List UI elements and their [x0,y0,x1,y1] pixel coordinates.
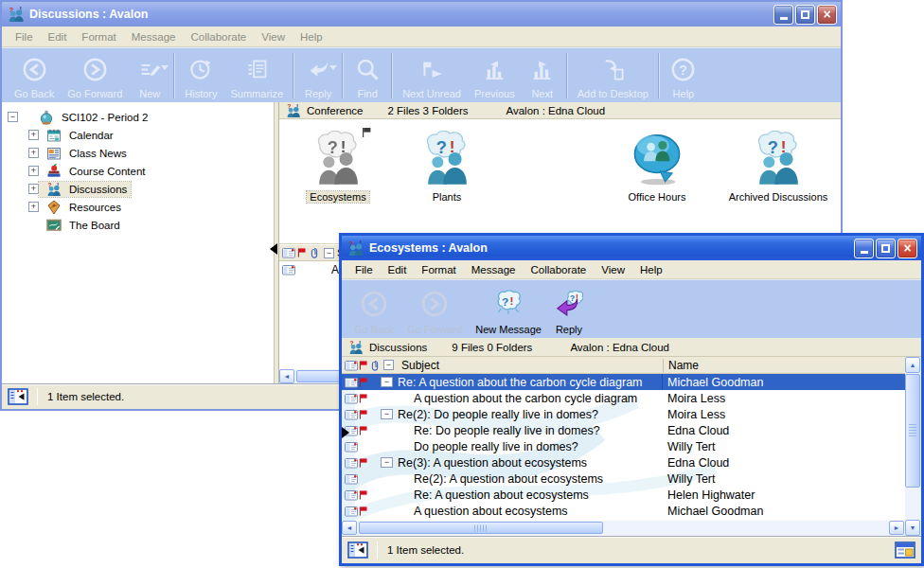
toolbar-button[interactable]: Find [346,50,388,101]
collapse-thread-icon[interactable]: − [381,409,393,419]
name-column-header[interactable]: Name [663,359,699,372]
scroll-left-icon[interactable]: ◄ [279,369,294,383]
message-row[interactable]: − Re: Do people really live in domes? Ed… [342,422,905,438]
window2-titlebar[interactable]: Ecosystems : Avalon × [342,236,921,260]
scroll-right-icon[interactable]: ► [889,521,904,535]
close-button[interactable]: × [897,239,917,258]
menu-item[interactable]: File [347,262,381,277]
tree-item-label: Course Content [65,165,150,178]
toolbar-button[interactable] [293,53,294,98]
menu-item[interactable]: Collaborate [523,262,594,277]
dropdown-arrow-icon[interactable] [161,65,169,70]
minimize-button[interactable] [773,5,793,25]
toolbar-button[interactable]: History [178,50,223,101]
scroll-down-icon[interactable]: ▼ [905,520,920,536]
toolbar-button[interactable]: Reply [548,282,590,337]
toolbar-icon [555,290,583,318]
message-subject: Re(3): A question about ecosystems [398,456,587,470]
message-row[interactable]: − Re(2): A question about ecosystems Wil… [342,470,905,487]
toolbar-button[interactable]: Go Back [8,50,61,101]
envelope-icon [345,360,358,371]
splitter-arrow-right-icon[interactable] [342,427,349,438]
conference-item[interactable]: Archived Discussions [721,131,835,203]
menu-item[interactable]: Collaborate [183,29,254,44]
message-row[interactable]: − A question about ecosystems Michael Go… [342,503,905,519]
scrollbar-thumb[interactable] [905,374,920,488]
tree-root[interactable]: − SCI102 - Period 2 [2,108,274,126]
expand-box-icon[interactable]: + [28,130,39,140]
window2-horizontal-scrollbar[interactable]: ◄ ► [342,521,905,536]
scrollbar-thumb[interactable] [359,522,603,534]
tree-item[interactable]: + Course Content [2,162,274,180]
tree-item[interactable]: + Resources [2,198,274,216]
expand-box-icon[interactable]: + [28,166,39,176]
tree-item[interactable]: + Class News [2,144,274,162]
toolbar-button[interactable] [658,53,660,98]
collapse-box-icon[interactable]: − [8,112,18,122]
scroll-up-icon[interactable]: ▲ [905,357,920,373]
toolbar-button[interactable]: Next [522,50,563,101]
toolbar-button[interactable]: New [129,50,170,101]
menu-item[interactable]: Format [414,262,463,277]
conference-item[interactable]: Office Hours [600,131,714,203]
pane-toggle-icon[interactable] [7,387,29,406]
toolbar-button[interactable]: Reply [297,50,339,101]
menu-item[interactable]: View [594,262,632,277]
menu-item[interactable]: Edit [381,262,415,277]
message-row[interactable]: − Do people really live in domes? Willy … [342,438,905,454]
menu-item[interactable]: File [8,29,41,44]
expand-box-icon[interactable]: + [28,202,39,212]
toolbar-button[interactable]: Next Unread [396,50,468,101]
tree-item[interactable]: + Calendar [2,126,274,144]
menu-item[interactable]: Message [464,262,524,277]
window1-titlebar[interactable]: Discussions : Avalon × [2,2,841,27]
maximize-button[interactable] [795,5,815,25]
conference-item[interactable]: Plants [390,131,504,203]
collapse-all-icon[interactable]: − [324,248,334,258]
expand-box-icon[interactable]: + [28,148,39,158]
view-toggle-icon[interactable] [894,541,916,559]
toolbar-button[interactable]: New Message [469,282,548,337]
collapse-thread-icon[interactable]: − [381,377,393,387]
toolbar-button[interactable] [173,53,175,98]
collapse-thread-icon[interactable]: − [381,457,393,468]
message-row[interactable]: − Re(2): Do people really live in domes?… [342,406,905,422]
toolbar-button[interactable]: Help [663,50,704,101]
toolbar-icon [188,57,214,82]
maximize-button[interactable] [876,239,896,258]
menu-item[interactable]: Help [632,262,670,277]
splitter-arrow-left-icon[interactable] [270,243,277,255]
dropdown-arrow-icon[interactable] [329,65,337,70]
menu-item[interactable]: Format [74,29,123,44]
toolbar-button[interactable] [342,53,344,98]
menu-item[interactable]: Edit [41,29,75,44]
close-button[interactable]: × [817,5,837,25]
minimize-button[interactable] [854,239,874,258]
tree-item[interactable]: + Discussions [2,180,274,198]
toolbar-button[interactable]: Previous [468,50,522,101]
tree-item-label: The Board [65,219,124,232]
collapse-all-icon[interactable]: − [383,360,394,370]
toolbar-button[interactable] [566,53,568,98]
window2-list-header[interactable]: − Subject Name [342,357,905,374]
toolbar-button[interactable]: Add to Desktop [571,50,655,101]
expand-box-icon[interactable]: + [28,184,39,194]
toolbar-button[interactable]: Go Back [347,282,400,337]
message-row[interactable]: − Re: A question about the carbon cycle … [342,374,905,390]
message-row[interactable]: − Re(3): A question about ecosystems Edn… [342,454,905,470]
window2-vertical-scrollbar[interactable]: ▲ ▼ [905,357,921,536]
pane-toggle-icon[interactable] [346,541,369,559]
toolbar-button[interactable]: Go Forward [61,50,129,101]
toolbar-button[interactable]: Go Forward [400,282,469,337]
menu-item[interactable]: Message [124,29,184,44]
menu-item[interactable]: View [254,29,293,44]
tree-item[interactable]: + The Board [2,216,274,234]
toolbar-button[interactable] [391,53,393,98]
menu-item[interactable]: Help [293,29,330,44]
subject-column-header[interactable]: Subject [401,359,439,372]
message-row[interactable]: − Re: A question about ecosystems Helen … [342,487,905,503]
conference-item[interactable]: Ecosystems [281,131,395,203]
toolbar-button[interactable]: Summarize [224,50,291,101]
message-row[interactable]: − A question about the carbon cycle diag… [342,390,905,406]
scroll-left-icon[interactable]: ◄ [342,521,357,535]
